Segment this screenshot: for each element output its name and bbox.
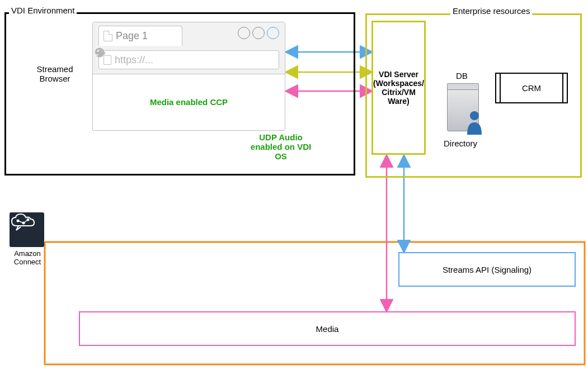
media-ccp-banner: Media enabled CCP (93, 74, 285, 130)
vdi-environment-title: VDI Environment (9, 6, 77, 15)
streamed-browser-label: Streamed Browser (32, 64, 77, 83)
browser-tab[interactable]: Page 1 (98, 26, 182, 46)
window-min-icon[interactable] (238, 27, 250, 39)
url-input[interactable]: https://... (98, 50, 279, 69)
crm-label: CRM (522, 83, 541, 93)
streams-api-label: Streams API (Signaling) (443, 265, 531, 274)
db-label: DB (456, 71, 468, 80)
crm-box: CRM (495, 73, 568, 103)
udp-audio-note: UDP Audio enabled on VDI OS (244, 132, 317, 161)
media-box: Media (79, 311, 576, 346)
vdi-server-box: VDI Server (Workspaces/ Citrix/VM Ware) (371, 21, 426, 155)
media-label: Media (316, 324, 339, 334)
directory-label: Directory (444, 139, 477, 148)
browser-tab-title: Page 1 (116, 30, 148, 42)
window-max-icon[interactable] (252, 27, 265, 39)
browser-window: Page 1 https://... Media enabled CCP (92, 22, 285, 131)
streams-api-box: Streams API (Signaling) (398, 252, 576, 287)
reload-icon[interactable] (93, 46, 106, 59)
db-icon: DB (444, 83, 483, 134)
svg-point-3 (470, 111, 479, 120)
amazon-connect-label: Amazon Connect (11, 249, 44, 266)
enterprise-resources-title: Enterprise resources (450, 6, 532, 16)
url-placeholder: https://... (115, 54, 153, 66)
window-close-icon[interactable] (267, 27, 279, 39)
amazon-connect-icon (10, 212, 44, 247)
page-icon (104, 31, 112, 41)
